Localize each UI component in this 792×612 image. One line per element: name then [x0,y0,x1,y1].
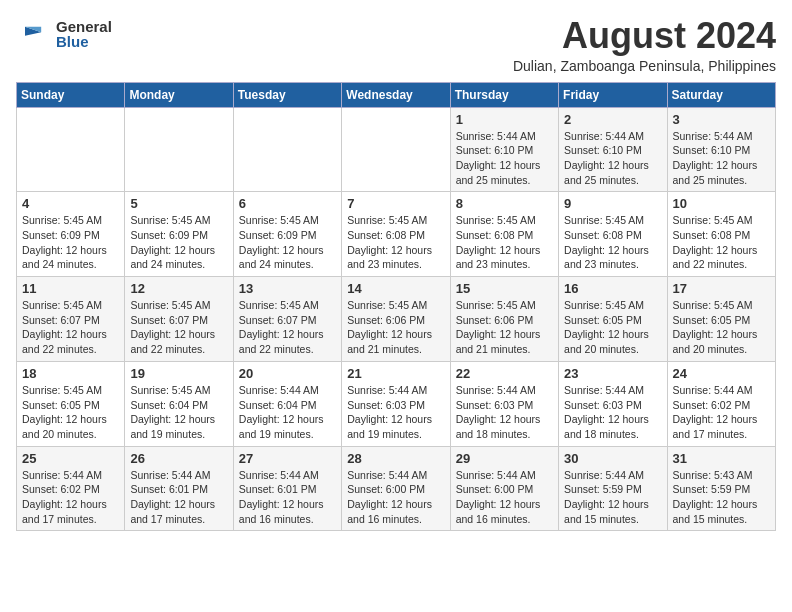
day-info: Sunrise: 5:44 AM Sunset: 6:02 PM Dayligh… [673,383,770,442]
title-block: August 2024 Dulian, Zamboanga Peninsula,… [513,16,776,74]
logo-general-text: General [56,19,112,34]
day-number: 4 [22,196,119,211]
month-year-title: August 2024 [513,16,776,56]
day-info: Sunrise: 5:45 AM Sunset: 6:06 PM Dayligh… [347,298,444,357]
day-info: Sunrise: 5:44 AM Sunset: 5:59 PM Dayligh… [564,468,661,527]
day-info: Sunrise: 5:45 AM Sunset: 6:08 PM Dayligh… [456,213,553,272]
day-number: 23 [564,366,661,381]
location-subtitle: Dulian, Zamboanga Peninsula, Philippines [513,58,776,74]
day-number: 21 [347,366,444,381]
day-info: Sunrise: 5:45 AM Sunset: 6:05 PM Dayligh… [22,383,119,442]
day-number: 7 [347,196,444,211]
logo-blue-text: Blue [56,34,112,49]
calendar-cell: 10Sunrise: 5:45 AM Sunset: 6:08 PM Dayli… [667,192,775,277]
calendar-cell: 8Sunrise: 5:45 AM Sunset: 6:08 PM Daylig… [450,192,558,277]
day-info: Sunrise: 5:44 AM Sunset: 6:03 PM Dayligh… [456,383,553,442]
day-info: Sunrise: 5:44 AM Sunset: 6:01 PM Dayligh… [130,468,227,527]
day-info: Sunrise: 5:45 AM Sunset: 6:07 PM Dayligh… [239,298,336,357]
calendar-cell: 15Sunrise: 5:45 AM Sunset: 6:06 PM Dayli… [450,277,558,362]
day-number: 11 [22,281,119,296]
calendar-cell: 28Sunrise: 5:44 AM Sunset: 6:00 PM Dayli… [342,446,450,531]
logo-icon [16,16,52,52]
day-number: 22 [456,366,553,381]
calendar-cell [17,107,125,192]
day-number: 9 [564,196,661,211]
day-number: 10 [673,196,770,211]
calendar-cell: 21Sunrise: 5:44 AM Sunset: 6:03 PM Dayli… [342,361,450,446]
day-number: 2 [564,112,661,127]
logo: General Blue [16,16,112,52]
day-info: Sunrise: 5:45 AM Sunset: 6:08 PM Dayligh… [564,213,661,272]
day-info: Sunrise: 5:45 AM Sunset: 6:05 PM Dayligh… [673,298,770,357]
weekday-header: Saturday [667,82,775,107]
day-info: Sunrise: 5:45 AM Sunset: 6:08 PM Dayligh… [673,213,770,272]
calendar-cell: 31Sunrise: 5:43 AM Sunset: 5:59 PM Dayli… [667,446,775,531]
day-info: Sunrise: 5:45 AM Sunset: 6:07 PM Dayligh… [22,298,119,357]
calendar-header-row: SundayMondayTuesdayWednesdayThursdayFrid… [17,82,776,107]
day-number: 8 [456,196,553,211]
day-number: 24 [673,366,770,381]
day-number: 25 [22,451,119,466]
day-info: Sunrise: 5:45 AM Sunset: 6:04 PM Dayligh… [130,383,227,442]
calendar-cell [233,107,341,192]
day-number: 16 [564,281,661,296]
calendar-cell: 13Sunrise: 5:45 AM Sunset: 6:07 PM Dayli… [233,277,341,362]
day-info: Sunrise: 5:44 AM Sunset: 6:03 PM Dayligh… [564,383,661,442]
day-number: 6 [239,196,336,211]
day-info: Sunrise: 5:45 AM Sunset: 6:05 PM Dayligh… [564,298,661,357]
day-number: 13 [239,281,336,296]
day-info: Sunrise: 5:45 AM Sunset: 6:07 PM Dayligh… [130,298,227,357]
weekday-header: Friday [559,82,667,107]
calendar-week-row: 1Sunrise: 5:44 AM Sunset: 6:10 PM Daylig… [17,107,776,192]
day-number: 30 [564,451,661,466]
day-number: 1 [456,112,553,127]
calendar-cell: 16Sunrise: 5:45 AM Sunset: 6:05 PM Dayli… [559,277,667,362]
calendar-cell: 26Sunrise: 5:44 AM Sunset: 6:01 PM Dayli… [125,446,233,531]
day-info: Sunrise: 5:45 AM Sunset: 6:08 PM Dayligh… [347,213,444,272]
day-number: 31 [673,451,770,466]
weekday-header: Sunday [17,82,125,107]
calendar-table: SundayMondayTuesdayWednesdayThursdayFrid… [16,82,776,532]
day-info: Sunrise: 5:44 AM Sunset: 6:01 PM Dayligh… [239,468,336,527]
day-info: Sunrise: 5:43 AM Sunset: 5:59 PM Dayligh… [673,468,770,527]
calendar-cell: 1Sunrise: 5:44 AM Sunset: 6:10 PM Daylig… [450,107,558,192]
calendar-cell: 12Sunrise: 5:45 AM Sunset: 6:07 PM Dayli… [125,277,233,362]
weekday-header: Tuesday [233,82,341,107]
calendar-cell: 6Sunrise: 5:45 AM Sunset: 6:09 PM Daylig… [233,192,341,277]
day-info: Sunrise: 5:45 AM Sunset: 6:09 PM Dayligh… [130,213,227,272]
day-info: Sunrise: 5:45 AM Sunset: 6:06 PM Dayligh… [456,298,553,357]
calendar-cell: 2Sunrise: 5:44 AM Sunset: 6:10 PM Daylig… [559,107,667,192]
day-number: 18 [22,366,119,381]
day-info: Sunrise: 5:44 AM Sunset: 6:02 PM Dayligh… [22,468,119,527]
calendar-cell [125,107,233,192]
calendar-cell: 25Sunrise: 5:44 AM Sunset: 6:02 PM Dayli… [17,446,125,531]
day-info: Sunrise: 5:44 AM Sunset: 6:03 PM Dayligh… [347,383,444,442]
calendar-cell [342,107,450,192]
calendar-cell: 14Sunrise: 5:45 AM Sunset: 6:06 PM Dayli… [342,277,450,362]
calendar-cell: 20Sunrise: 5:44 AM Sunset: 6:04 PM Dayli… [233,361,341,446]
day-number: 29 [456,451,553,466]
day-info: Sunrise: 5:44 AM Sunset: 6:10 PM Dayligh… [564,129,661,188]
day-number: 26 [130,451,227,466]
calendar-cell: 3Sunrise: 5:44 AM Sunset: 6:10 PM Daylig… [667,107,775,192]
calendar-week-row: 11Sunrise: 5:45 AM Sunset: 6:07 PM Dayli… [17,277,776,362]
day-number: 17 [673,281,770,296]
calendar-cell: 24Sunrise: 5:44 AM Sunset: 6:02 PM Dayli… [667,361,775,446]
day-info: Sunrise: 5:44 AM Sunset: 6:04 PM Dayligh… [239,383,336,442]
day-number: 3 [673,112,770,127]
calendar-cell: 17Sunrise: 5:45 AM Sunset: 6:05 PM Dayli… [667,277,775,362]
day-info: Sunrise: 5:45 AM Sunset: 6:09 PM Dayligh… [22,213,119,272]
day-info: Sunrise: 5:45 AM Sunset: 6:09 PM Dayligh… [239,213,336,272]
day-number: 5 [130,196,227,211]
calendar-week-row: 18Sunrise: 5:45 AM Sunset: 6:05 PM Dayli… [17,361,776,446]
day-number: 27 [239,451,336,466]
weekday-header: Wednesday [342,82,450,107]
calendar-cell: 23Sunrise: 5:44 AM Sunset: 6:03 PM Dayli… [559,361,667,446]
day-number: 15 [456,281,553,296]
calendar-cell: 5Sunrise: 5:45 AM Sunset: 6:09 PM Daylig… [125,192,233,277]
day-number: 14 [347,281,444,296]
calendar-cell: 9Sunrise: 5:45 AM Sunset: 6:08 PM Daylig… [559,192,667,277]
calendar-cell: 18Sunrise: 5:45 AM Sunset: 6:05 PM Dayli… [17,361,125,446]
header: General Blue August 2024 Dulian, Zamboan… [16,16,776,74]
calendar-cell: 29Sunrise: 5:44 AM Sunset: 6:00 PM Dayli… [450,446,558,531]
